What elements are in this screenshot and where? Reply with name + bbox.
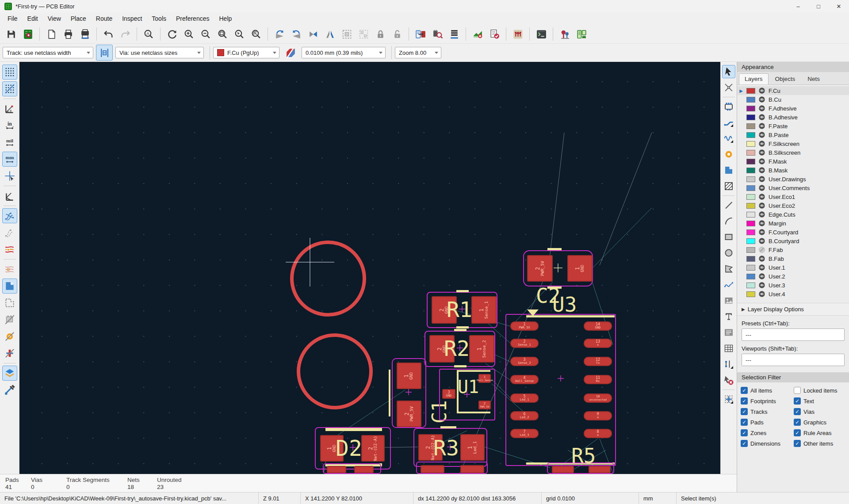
visibility-eye-icon[interactable] <box>758 176 765 183</box>
zoom-in-button[interactable] <box>180 26 197 42</box>
pcb-canvas[interactable]: 2PWR_5V1GNDC21PWR_5V2Sense_13Sense_24Hal… <box>19 62 720 474</box>
pad[interactable] <box>421 465 444 473</box>
menu-preferences[interactable]: Preferences <box>171 13 214 24</box>
grid-dots-button[interactable] <box>2 65 17 80</box>
filter-graphics[interactable]: ✓Graphics <box>794 419 847 426</box>
menu-route[interactable]: Route <box>91 13 117 24</box>
add-image-button[interactable] <box>722 294 735 307</box>
visibility-eye-icon[interactable] <box>758 184 765 191</box>
zoom-out-button[interactable] <box>197 26 214 42</box>
layer-color-swatch[interactable] <box>746 141 755 147</box>
visibility-eye-icon[interactable] <box>758 114 765 121</box>
draw-rectangle-button[interactable] <box>722 230 735 244</box>
layer-color-swatch[interactable] <box>746 203 755 209</box>
pad[interactable]: 10unconnected <box>584 393 612 403</box>
layer-row-user.drawings[interactable]: User.Drawings <box>737 175 849 183</box>
filter-footprints[interactable]: ✓Footprints <box>741 397 794 405</box>
net-inspector-button[interactable] <box>509 26 526 42</box>
pad[interactable] <box>354 466 374 473</box>
flip-board-button[interactable] <box>305 26 321 42</box>
local-ratsnest-button[interactable] <box>722 81 735 94</box>
layer-row-user.eco2[interactable]: User.Eco2 <box>737 201 849 210</box>
zone-fill-display-button[interactable] <box>2 279 17 294</box>
layer-color-swatch[interactable] <box>746 274 755 279</box>
delete-tool-button[interactable] <box>722 374 735 387</box>
print-button[interactable] <box>60 26 76 42</box>
zoom-objects-button[interactable] <box>231 26 248 42</box>
layer-row-b.paste[interactable]: B.Paste <box>737 130 849 139</box>
board-edge-circle[interactable] <box>298 335 371 408</box>
filter-tracks[interactable]: ✓Tracks <box>741 408 794 415</box>
layer-color-swatch[interactable] <box>746 115 755 120</box>
checkbox[interactable]: ✓ <box>794 419 801 426</box>
checkbox[interactable]: ✓ <box>741 440 748 447</box>
filter-all-items[interactable]: ✓All items <box>741 387 794 394</box>
visibility-eye-icon[interactable] <box>758 193 765 200</box>
layer-manager-button[interactable] <box>446 26 463 42</box>
checkbox[interactable]: ✓ <box>741 387 748 394</box>
visibility-eye-icon[interactable] <box>758 131 765 138</box>
checkbox[interactable]: ✓ <box>794 440 801 447</box>
layer-display-options[interactable]: ▶ Layer Display Options <box>737 303 849 316</box>
checkbox[interactable]: ✓ <box>741 429 748 436</box>
layer-row-b.mask[interactable]: B.Mask <box>737 166 849 175</box>
pad[interactable]: 2Net-(D2-A) <box>361 435 385 462</box>
menu-file[interactable]: File <box>3 13 23 24</box>
checkbox[interactable]: ✓ <box>741 397 748 405</box>
ratsnest-curved-button[interactable] <box>2 208 17 223</box>
pad[interactable]: 2PWR_5V <box>397 401 421 427</box>
pad[interactable] <box>327 466 346 473</box>
pad[interactable]: 14GND <box>584 321 612 331</box>
maximize-button[interactable]: □ <box>808 0 829 12</box>
reference-designator[interactable]: R5 <box>571 444 596 468</box>
add-rule-area-button[interactable] <box>722 179 735 193</box>
filter-text[interactable]: ✓Text <box>794 397 847 405</box>
layer-row-b.cu[interactable]: B.Cu <box>737 95 849 104</box>
zoom-selection-button[interactable] <box>248 26 264 42</box>
zoom-fit-button[interactable] <box>214 26 231 42</box>
layer-row-edge.cuts[interactable]: Edge.Cuts <box>737 210 849 219</box>
units-mils-button[interactable]: mil <box>2 135 17 150</box>
visibility-eye-icon[interactable] <box>758 105 765 112</box>
page-settings-button[interactable] <box>43 26 60 42</box>
find-button[interactable]: A <box>140 26 157 42</box>
menu-tools[interactable]: Tools <box>147 13 171 24</box>
visibility-eye-icon[interactable] <box>758 255 765 262</box>
add-text-button[interactable] <box>722 310 735 323</box>
grid-select[interactable]: 0.0100 mm (0.39 mils) <box>302 47 386 58</box>
refresh-button[interactable] <box>164 26 180 42</box>
pad[interactable]: 2PWR_5V <box>478 401 491 409</box>
high-contrast-mode-button[interactable] <box>2 366 17 381</box>
layer-color-swatch[interactable] <box>746 97 755 103</box>
active-layer-select[interactable]: F.Cu (PgUp) <box>213 47 279 58</box>
add-footprint-button[interactable] <box>722 100 735 113</box>
add-table-button[interactable] <box>722 342 735 355</box>
scripting-console-button[interactable] <box>533 26 550 42</box>
auto-track-width-button[interactable] <box>96 45 113 61</box>
layer-color-swatch[interactable] <box>746 229 755 235</box>
add-textbox-button[interactable] <box>722 326 735 339</box>
pad[interactable]: 1Led_1 <box>460 434 485 461</box>
viewports-select[interactable]: --- <box>742 354 845 366</box>
grid-origin-button[interactable] <box>722 393 735 406</box>
layer-row-user.4[interactable]: User.4 <box>737 290 849 298</box>
layer-color-swatch[interactable] <box>746 238 755 244</box>
pad[interactable]: 6Led_2 <box>510 411 539 420</box>
design-rules-check-button[interactable] <box>486 26 503 42</box>
grid-overrides-button[interactable] <box>2 81 17 96</box>
pad[interactable]: 1GND <box>567 255 593 282</box>
crosshair-style-button[interactable] <box>2 168 17 183</box>
visibility-eye-icon[interactable] <box>758 122 765 130</box>
draw-circle-button[interactable] <box>722 246 735 260</box>
visibility-eye-icon[interactable] <box>758 237 765 244</box>
visibility-eye-icon[interactable] <box>758 167 765 174</box>
layer-row-user.2[interactable]: User.2 <box>737 272 849 281</box>
draw-arc-button[interactable] <box>722 214 735 228</box>
mirror-button[interactable] <box>321 26 338 42</box>
zone-outline-display-button[interactable] <box>2 295 17 310</box>
add-via-button[interactable] <box>722 148 735 161</box>
via-size-select[interactable]: Via: use netclass sizes <box>115 47 204 58</box>
filter-pads[interactable]: ✓Pads <box>741 419 794 426</box>
group-button[interactable] <box>338 26 355 42</box>
angle-mode-button[interactable] <box>2 188 17 203</box>
